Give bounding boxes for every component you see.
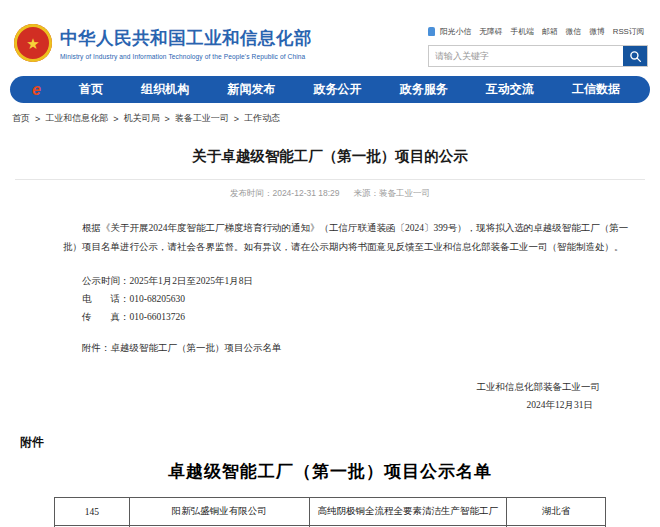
- title-divider: [15, 179, 645, 180]
- emblem-star-icon: ★: [26, 36, 39, 51]
- nav-item-home[interactable]: 首页: [79, 81, 103, 98]
- breadcrumb-separator: >: [35, 114, 40, 124]
- quick-link-rss[interactable]: RSS订阅: [613, 26, 645, 37]
- table-row: 145 阳新弘盛铜业有限公司 高纯阴极铜全流程全要素清洁生产智能工厂 湖北省: [55, 498, 606, 526]
- article-body: 根据《关于开展2024年度智能工厂梯度培育行动的通知》（工信厅联通装函〔2024…: [15, 219, 645, 414]
- mascot-icon: [428, 27, 435, 36]
- ministry-name: 中华人民共和国工业和信息化部: [60, 26, 312, 50]
- notice-period-line: 公示时间：2025年1月2日至2025年1月8日: [63, 272, 645, 290]
- attachment-reference-line[interactable]: 附件：卓越级智能工厂（第一批）项目公示名单: [63, 339, 645, 357]
- phone-line: 电 话：010-68205630: [63, 290, 645, 308]
- quick-link-accessibility[interactable]: 无障碍: [479, 26, 502, 37]
- cell-province: 湖北省: [507, 498, 606, 526]
- quick-link-sunshine[interactable]: 阳光小信: [440, 26, 471, 37]
- publish-time: 2024-12-31 18:29: [272, 188, 339, 198]
- nav-item-interaction[interactable]: 互动交流: [486, 81, 534, 98]
- breadcrumb-departments[interactable]: 机关司局: [124, 112, 160, 125]
- breadcrumb-home[interactable]: 首页: [12, 112, 30, 125]
- article: 关于卓越级智能工厂（第一批）项目的公示 发布时间：2024-12-31 18:2…: [0, 147, 660, 414]
- national-emblem-icon: ★: [14, 24, 52, 62]
- site-header: ★ 中华人民共和国工业和信息化部 Ministry of Industry an…: [0, 0, 660, 64]
- source-label: 来源：: [354, 188, 380, 198]
- quick-link-mail[interactable]: 邮箱: [542, 26, 558, 37]
- nav-item-gov-service[interactable]: 政务服务: [400, 81, 448, 98]
- miit-e-logo-icon[interactable]: e: [32, 82, 41, 98]
- fax-line: 传 真：010-66013726: [63, 308, 645, 326]
- publish-time-label: 发布时间：: [230, 188, 273, 198]
- quick-link-mobile[interactable]: 手机端: [511, 26, 534, 37]
- attachment-table-title: 卓越级智能工厂（第一批）项目公示名单: [0, 460, 660, 483]
- quick-links: 阳光小信 无障碍 手机端 邮箱 微信 微博 RSS订阅: [428, 26, 648, 37]
- brand-text: 中华人民共和国工业和信息化部 Ministry of Industry and …: [60, 26, 312, 60]
- article-paragraph: 根据《关于开展2024年度智能工厂梯度培育行动的通知》（工信厅联通装函〔2024…: [63, 219, 645, 257]
- cell-project: 高纯阴极铜全流程全要素清洁生产智能工厂: [309, 498, 507, 526]
- search-icon: [629, 50, 642, 63]
- source-value: 装备工业一司: [379, 188, 430, 198]
- breadcrumb-miit[interactable]: 工业和信息化部: [45, 112, 108, 125]
- nav-item-organization[interactable]: 组织机构: [141, 81, 189, 98]
- breadcrumb-separator: >: [234, 114, 239, 124]
- ministry-name-en: Ministry of Industry and Information Tec…: [60, 53, 312, 60]
- search-bar: [428, 45, 648, 67]
- quick-link-wechat[interactable]: 微信: [566, 26, 582, 37]
- article-meta: 发布时间：2024-12-31 18:29来源：装备工业一司: [15, 188, 645, 200]
- quick-link-weibo[interactable]: 微博: [589, 26, 605, 37]
- breadcrumb-work-updates[interactable]: 工作动态: [244, 112, 280, 125]
- signature-date: 2024年12月31日: [15, 396, 593, 414]
- search-button[interactable]: [623, 46, 647, 66]
- signature-block: 工业和信息化部装备工业一司 2024年12月31日: [15, 378, 645, 414]
- nav-item-news[interactable]: 新闻发布: [227, 81, 275, 98]
- site-brand[interactable]: ★ 中华人民共和国工业和信息化部 Ministry of Industry an…: [14, 24, 312, 62]
- nav-item-data[interactable]: 工信数据: [572, 81, 620, 98]
- cell-company: 阳新弘盛铜业有限公司: [129, 498, 309, 526]
- article-title: 关于卓越级智能工厂（第一批）项目的公示: [15, 147, 645, 166]
- breadcrumb: 首页 > 工业和信息化部 > 机关司局 > 装备工业一司 > 工作动态: [12, 112, 660, 125]
- main-nav: e 首页 组织机构 新闻发布 政务公开 政务服务 互动交流 工信数据: [10, 76, 650, 103]
- search-input[interactable]: [429, 46, 623, 66]
- breadcrumb-equipment-dept[interactable]: 装备工业一司: [175, 112, 229, 125]
- breadcrumb-separator: >: [165, 114, 170, 124]
- breadcrumb-separator: >: [113, 114, 118, 124]
- nav-item-gov-open[interactable]: 政务公开: [314, 81, 362, 98]
- signature-department: 工业和信息化部装备工业一司: [15, 378, 600, 396]
- attachment-heading: 附件: [20, 434, 660, 451]
- header-right: 阳光小信 无障碍 手机端 邮箱 微信 微博 RSS订阅: [428, 26, 648, 67]
- cell-row-number: 145: [55, 498, 130, 526]
- project-list-table: 145 阳新弘盛铜业有限公司 高纯阴极铜全流程全要素清洁生产智能工厂 湖北省: [54, 497, 606, 527]
